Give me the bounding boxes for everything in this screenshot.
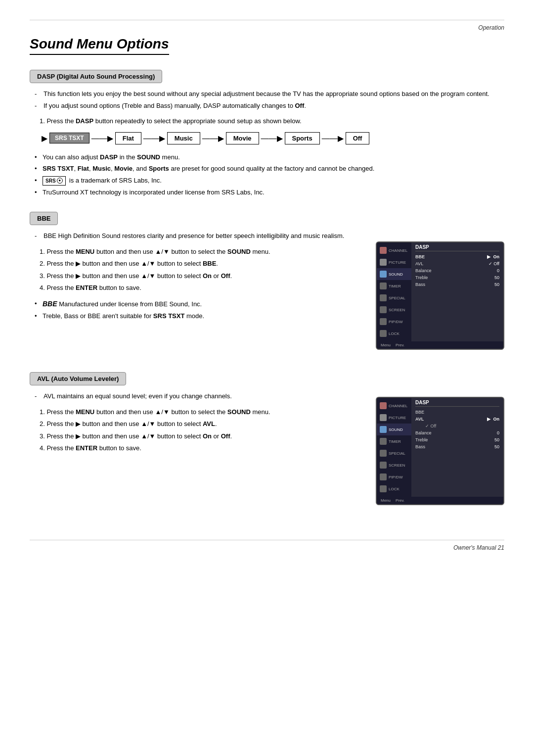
flow-arrow: ——▶ bbox=[91, 134, 113, 143]
flow-box-music: Music bbox=[167, 132, 200, 144]
flow-arrow: ——▶ bbox=[261, 134, 283, 143]
tv-bottom-bar-avl: Menu Prev. bbox=[377, 497, 503, 504]
avl-submenu: ✓ Off bbox=[415, 423, 499, 429]
list-item: SRS TSXT, Flat, Music, Movie, and Sports… bbox=[35, 164, 504, 174]
tv-row-avl: AVL ✓ Off bbox=[415, 260, 499, 267]
srs-logo: SRS● bbox=[43, 176, 66, 186]
tv-prev-btn-avl: Prev. bbox=[396, 498, 404, 503]
sidebar-timer: TIMER bbox=[377, 280, 411, 292]
avl-header: AVL (Auto Volume Leveler) bbox=[30, 372, 126, 385]
sidebar-channel: CHANNEL bbox=[377, 244, 411, 256]
operation-label: Operation bbox=[30, 24, 504, 31]
tv-menu-title: DASP bbox=[415, 244, 499, 251]
dasp-flow-diagram: ▶ SRS TSXT ——▶ Flat ——▶ Music ——▶ Movie … bbox=[40, 132, 504, 144]
bbe-header: BBE bbox=[30, 212, 58, 225]
footer-label: Owner's Manual 21 bbox=[453, 544, 504, 551]
step-item: 1. Press the DASP button repeatedly to s… bbox=[40, 116, 504, 126]
avl-tv-menu: CHANNEL PICTURE SOUND TIMER bbox=[376, 397, 504, 505]
flow-box-srstsxt: SRS TSXT bbox=[49, 133, 89, 143]
tv-row-balance: Balance 0 bbox=[415, 267, 499, 274]
list-item: SRS● is a trademark of SRS Labs, Inc. bbox=[35, 176, 504, 186]
dasp-steps: 1. Press the DASP button repeatedly to s… bbox=[35, 116, 504, 126]
list-item: Treble, Bass or BBE aren't suitable for … bbox=[35, 311, 504, 321]
footer: Owner's Manual 21 bbox=[30, 540, 504, 551]
tv-row-treble: Treble 50 bbox=[415, 274, 499, 281]
sidebar-screen-avl: SCREEN bbox=[377, 459, 411, 471]
tv-content-avl: DASP BBE AVL ▶ On ✓ Off bbox=[411, 398, 503, 497]
list-item: If you adjust sound options (Treble and … bbox=[35, 101, 504, 111]
sidebar-special-avl: SPECIAL bbox=[377, 447, 411, 459]
sidebar-pipdw-avl: PIP/DW bbox=[377, 471, 411, 483]
tv-menu-btn-avl: Menu bbox=[381, 498, 391, 503]
list-item: TruSurround XT technology is incorporate… bbox=[35, 188, 504, 197]
tv-row-treble-avl: Treble 50 bbox=[415, 436, 499, 443]
bbe-section: BBE CHANNEL PICTURE SOUND bbox=[30, 212, 504, 350]
bbe-logo: BBE bbox=[43, 300, 57, 308]
tv-row-avl-avl: AVL ▶ On bbox=[415, 416, 499, 423]
tv-bottom-bar: Menu Prev. bbox=[377, 341, 503, 349]
tv-row-bbe-avl: BBE bbox=[415, 409, 499, 416]
tv-sidebar-avl: CHANNEL PICTURE SOUND TIMER bbox=[377, 398, 411, 497]
bbe-tv-menu: CHANNEL PICTURE SOUND TIMER bbox=[376, 241, 504, 350]
tv-prev-btn: Prev. bbox=[396, 343, 404, 347]
dasp-section: DASP (Digital Auto Sound Processing) Thi… bbox=[30, 70, 504, 197]
tv-row-bass: Bass 50 bbox=[415, 281, 499, 288]
flow-arrow: ——▶ bbox=[143, 134, 165, 143]
sidebar-timer-avl: TIMER bbox=[377, 435, 411, 447]
sidebar-picture-avl: PICTURE bbox=[377, 412, 411, 424]
flow-arrow: ——▶ bbox=[202, 134, 224, 143]
tv-row-bbe: BBE ▶ On bbox=[415, 253, 499, 260]
dasp-bullet-list: You can also adjust DASP in the SOUND me… bbox=[35, 152, 504, 197]
list-item: AVL maintains an equal sound level; even… bbox=[35, 391, 504, 401]
tv-row-balance-avl: Balance 0 bbox=[415, 429, 499, 436]
list-item: BBE High Definition Sound restores clari… bbox=[35, 231, 504, 241]
list-item: This function lets you enjoy the best so… bbox=[35, 89, 504, 99]
list-item: You can also adjust DASP in the SOUND me… bbox=[35, 152, 504, 162]
header-divider bbox=[30, 20, 504, 20]
sidebar-channel-avl: CHANNEL bbox=[377, 400, 411, 412]
sidebar-lock: LOCK bbox=[377, 328, 411, 339]
flow-box-off: Off bbox=[346, 132, 370, 144]
flow-box-sports: Sports bbox=[285, 132, 320, 144]
bbe-dash-list: BBE High Definition Sound restores clari… bbox=[35, 231, 504, 241]
tv-row-bass-avl: Bass 50 bbox=[415, 443, 499, 450]
sidebar-lock-avl: LOCK bbox=[377, 483, 411, 495]
dasp-header: DASP (Digital Auto Sound Processing) bbox=[30, 70, 162, 83]
flow-arrow: ▶ bbox=[42, 134, 47, 143]
tv-menu-btn: Menu bbox=[381, 343, 391, 347]
flow-box-flat: Flat bbox=[115, 132, 141, 144]
sidebar-sound-avl: SOUND bbox=[377, 424, 411, 435]
flow-arrow: ——▶ bbox=[322, 134, 344, 143]
avl-section: AVL (Auto Volume Leveler) CHANNEL PICTUR… bbox=[30, 372, 504, 505]
tv-sidebar: CHANNEL PICTURE SOUND TIMER bbox=[377, 242, 411, 341]
page-title: Sound Menu Options bbox=[30, 36, 169, 55]
sidebar-sound: SOUND bbox=[377, 268, 411, 280]
tv-content: DASP BBE ▶ On AVL ✓ Off Balance 0 bbox=[411, 242, 503, 341]
avl-dash-list: AVL maintains an equal sound level; even… bbox=[35, 391, 504, 401]
dasp-dash-list: This function lets you enjoy the best so… bbox=[35, 89, 504, 110]
sidebar-picture: PICTURE bbox=[377, 256, 411, 268]
tv-avl-off: ✓ Off bbox=[425, 423, 499, 429]
flow-box-movie: Movie bbox=[226, 132, 259, 144]
list-item: BBE Manufactured under license from BBE … bbox=[35, 299, 504, 309]
